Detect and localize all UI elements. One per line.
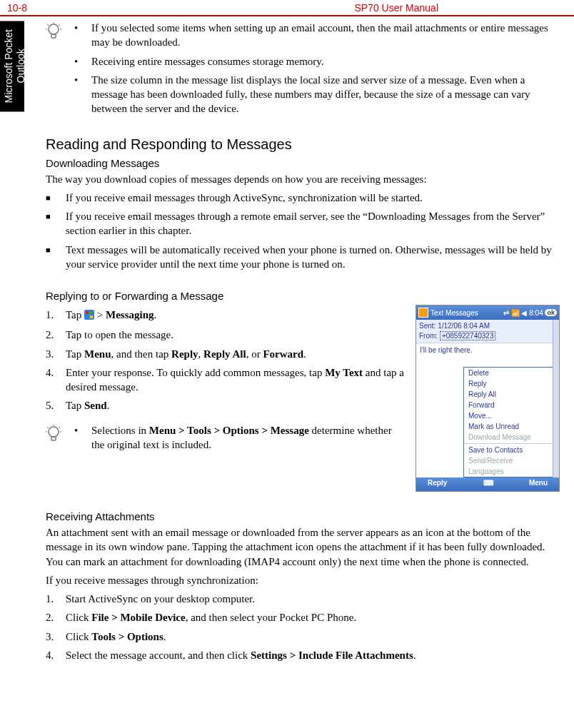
page-header: 10-8 SP70 User Manual (0, 0, 574, 16)
lightbulb-icon (46, 22, 61, 45)
message-header: Sent: 1/12/06 8:04 AM From: +08592274032… (416, 320, 559, 343)
device-softkey-bar: Reply ⌨ Menu (416, 477, 559, 491)
side-tab-line1: Microsoft Pocket (3, 29, 14, 103)
softkey-reply[interactable]: Reply (428, 479, 447, 490)
softkey-menu[interactable]: Menu (529, 479, 548, 490)
svg-point-12 (49, 427, 59, 437)
menu-item-reply[interactable]: Reply (464, 378, 558, 389)
item-text: Text messages will be automatically rece… (66, 243, 560, 272)
step-text: Select the message account, and then cli… (66, 648, 416, 662)
svg-line-15 (47, 427, 49, 428)
menu-item-mark-unread[interactable]: Mark as Unread (464, 421, 558, 432)
tip-text: Receiving entire messages consumes stora… (91, 54, 324, 69)
from-label: From: (419, 332, 438, 340)
device-screenshot: Text Messages ⇄ 📶 ◀ 8:04 ok Sent: 1/12/0… (416, 305, 560, 492)
svg-rect-13 (51, 437, 56, 440)
tip-text: If you selected some items when setting … (91, 21, 560, 50)
svg-point-0 (49, 24, 59, 34)
step-text: Tap Send. (66, 398, 109, 413)
speaker-icon: ◀ (521, 309, 527, 317)
svg-rect-8 (86, 311, 89, 314)
context-menu: Delete Reply Reply All Forward Move... M… (463, 367, 559, 477)
menu-item-move[interactable]: Move... (464, 410, 558, 421)
menu-item-save-contacts[interactable]: Save to Contacts (464, 445, 558, 455)
menu-item-send-receive: Send/Receive (464, 455, 558, 466)
paragraph: An attachment sent with an email message… (46, 525, 560, 569)
tip-list: • Selections in Menu > Tools > Options >… (74, 423, 407, 457)
svg-rect-11 (90, 315, 93, 318)
tip-box: • Selections in Menu > Tools > Options >… (46, 423, 407, 457)
keyboard-icon[interactable]: ⌨ (483, 479, 493, 490)
manual-title: SP70 User Manual (354, 2, 438, 14)
menu-item-download: Download Message (464, 432, 558, 443)
list-item: 3. Click Tools > Options. (46, 630, 560, 644)
list-item: 2. Click File > Mobile Device, and then … (46, 610, 560, 625)
paragraph: The way you download copies of messages … (46, 172, 560, 186)
subsection-heading: Replying to or Forwarding a Message (46, 290, 560, 302)
list-item: 3. Tap Menu, and then tap Reply, Reply A… (46, 347, 407, 361)
svg-rect-9 (90, 311, 93, 314)
section-heading: Reading and Responding to Messages (46, 136, 560, 153)
list-item: • Selections in Menu > Tools > Options >… (74, 423, 407, 453)
page-content: •If you selected some items when setting… (24, 16, 574, 681)
menu-item-delete[interactable]: Delete (464, 368, 558, 378)
sync-icon: ⇄ (503, 309, 509, 317)
svg-line-3 (47, 24, 49, 26)
step-text: Start ActiveSync on your desktop compute… (66, 592, 255, 606)
message-body: I'll be right there. (416, 343, 559, 366)
list-item: •The size column in the message list dis… (74, 73, 560, 116)
sent-value: 1/12/06 8:04 AM (438, 322, 490, 330)
from-value[interactable]: +085922740323 (440, 331, 496, 340)
svg-rect-10 (86, 315, 89, 318)
sent-label: Sent: (419, 322, 435, 330)
list-item: 1. Tap (46, 308, 407, 323)
lightbulb-icon (46, 425, 61, 448)
svg-rect-1 (51, 34, 56, 38)
list-item: 5. Tap Send. (46, 398, 407, 413)
signal-icon: 📶 (511, 309, 520, 317)
ok-button[interactable]: ok (545, 309, 557, 316)
menu-item-reply-all[interactable]: Reply All (464, 389, 558, 400)
subsection-heading: Receiving Attachments (46, 510, 560, 522)
list-item: 4. Select the message account, and then … (46, 648, 560, 662)
list-item: 2.Tap to open the message. (46, 328, 407, 342)
tip-text: Selections in Menu > Tools > Options > M… (91, 423, 407, 453)
step-text: Click File > Mobile Device, and then sel… (66, 610, 356, 625)
list-item: •Receiving entire messages consumes stor… (74, 54, 560, 69)
step-text: Enter your response. To quickly add comm… (66, 365, 407, 395)
square-bullet-list: ■If you receive email messages through A… (46, 191, 560, 271)
list-item: •If you selected some items when setting… (74, 21, 560, 50)
list-item: ■If you receive email messages through a… (46, 209, 560, 238)
device-titlebar: Text Messages ⇄ 📶 ◀ 8:04 ok (416, 305, 559, 320)
list-item: ■Text messages will be automatically rec… (46, 243, 560, 272)
start-icon[interactable] (418, 308, 428, 318)
list-item: ■If you receive email messages through A… (46, 191, 560, 205)
menu-item-languages: Languages (464, 466, 558, 477)
page-number: 10-8 (7, 2, 27, 14)
item-text: If you receive email messages through a … (66, 209, 560, 238)
side-tab-line2: Outlook (15, 49, 26, 84)
reply-forward-block: 1. Tap (46, 305, 560, 492)
step-text: Tap > Messaging. (66, 308, 156, 323)
step-text: Click Tools > Options. (66, 630, 166, 644)
menu-item-forward[interactable]: Forward (464, 400, 558, 410)
svg-line-4 (59, 24, 60, 26)
numbered-list: 1. Tap (46, 308, 407, 413)
list-item: 1.Start ActiveSync on your desktop compu… (46, 592, 560, 606)
subsection-heading: Downloading Messages (46, 157, 560, 169)
paragraph: If you receive messages through synchron… (46, 573, 560, 587)
step-text: Tap to open the message. (66, 328, 173, 342)
chapter-side-tab: Microsoft Pocket Outlook (0, 21, 24, 111)
device-title: Text Messages (430, 309, 478, 317)
list-item: 4. Enter your response. To quickly add c… (46, 365, 407, 395)
tip-text: The size column in the message list disp… (91, 73, 560, 116)
item-text: If you receive email messages through Ac… (66, 191, 423, 205)
tip-box: •If you selected some items when setting… (46, 21, 560, 121)
start-menu-icon (84, 309, 94, 323)
device-clock: 8:04 (529, 309, 543, 317)
step-text: Tap Menu, and then tap Reply, Reply All,… (66, 347, 306, 361)
numbered-list: 1.Start ActiveSync on your desktop compu… (46, 592, 560, 662)
svg-line-16 (59, 427, 60, 428)
tip-list: •If you selected some items when setting… (74, 21, 560, 121)
